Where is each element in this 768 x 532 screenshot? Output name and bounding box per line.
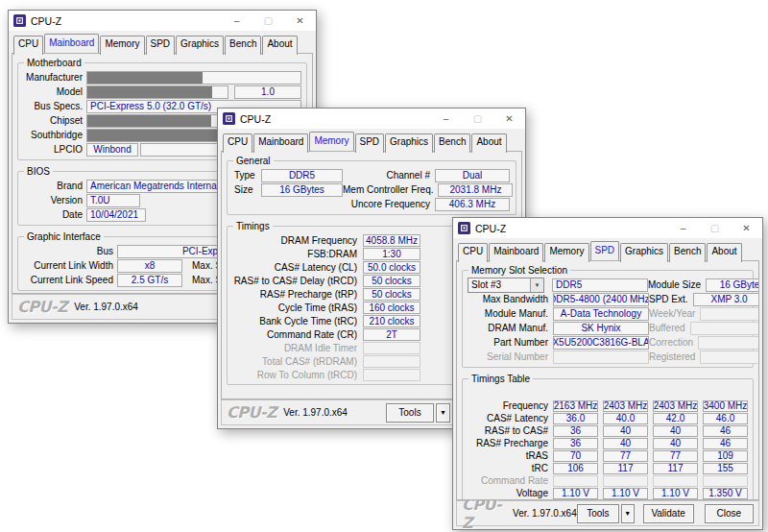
version-text: Ver. 1.97.0.x64 <box>513 508 577 519</box>
spd-left-label: Max Bandwidth <box>468 294 548 304</box>
tab[interactable]: Bench <box>225 36 261 55</box>
validate-button[interactable]: Validate <box>643 504 694 523</box>
tab[interactable]: About <box>262 36 297 55</box>
tab-bar: CPUMainboardMemorySPDGraphicsBenchAbout <box>453 238 762 261</box>
cell-value: 1.10 V <box>562 488 589 498</box>
tab-page-spd: Memory Slot Selection Slot #3 ▼ DDR5 Mod… <box>456 260 759 500</box>
timing-value: 50 clocks <box>372 276 412 286</box>
group-legend: General <box>233 156 274 166</box>
cell-jedec5: 70 <box>553 450 598 462</box>
cell-jedec5: 36 <box>553 438 598 449</box>
cell-jedec7: 40 <box>653 438 698 449</box>
timings-table-group: Timings Table Frequency 2163 MHz 2403 MH… <box>462 378 754 500</box>
tab-label: About <box>267 38 292 49</box>
spd-right-label: SPD Ext. <box>649 294 688 304</box>
tab[interactable]: Mainboard <box>253 133 308 153</box>
cell-value: 70 <box>570 450 581 461</box>
tab[interactable]: Graphics <box>176 36 224 55</box>
spd-right-label: Registered <box>649 351 695 362</box>
bus-label: Bus <box>23 246 113 256</box>
tab[interactable]: Bench <box>434 133 470 153</box>
tab-label: SPD <box>595 245 615 255</box>
tab[interactable]: About <box>707 243 741 262</box>
module-size-label: Module Size <box>648 279 701 290</box>
close-window-button[interactable]: ✕ <box>284 11 316 31</box>
size-field: 16 GBytes <box>261 183 343 197</box>
tab[interactable]: Mainboard <box>44 34 99 53</box>
timing-label: Cycle Time (tRAS) <box>232 302 357 313</box>
brand-label: Brand <box>23 181 83 191</box>
type-field: DDR5 <box>261 169 343 182</box>
tab[interactable]: CPU <box>223 133 252 153</box>
tools-dropdown-arrow-icon[interactable]: ▼ <box>621 504 634 523</box>
version-text: Ver. 1.97.0.x64 <box>283 407 348 418</box>
cell-value: 1.10 V <box>661 488 689 498</box>
cell-xmp6800 <box>703 475 748 487</box>
minimize-button[interactable]: – <box>430 109 462 129</box>
tab[interactable]: Mainboard <box>489 243 543 262</box>
timing-label: FSB:DRAM <box>232 249 357 259</box>
tab[interactable]: CPU <box>458 243 488 262</box>
tab[interactable]: SPD <box>355 133 385 153</box>
tab[interactable]: SPD <box>590 241 620 260</box>
tab[interactable]: SPD <box>146 36 176 55</box>
spd-left-field: A-Data Technology <box>553 307 649 321</box>
tab-bar: CPUMainboardMemorySPDGraphicsBenchAbout <box>9 31 316 54</box>
tab[interactable]: CPU <box>13 36 43 55</box>
cell-jedec7: 42.0 <box>653 413 698 424</box>
maximize-button[interactable]: ▢ <box>252 11 284 31</box>
cell-xmp6800: 46 <box>703 425 748 437</box>
timing-value-field: 160 clocks <box>363 302 420 314</box>
cell-value: 42.0 <box>666 413 684 423</box>
tools-dropdown-arrow-icon[interactable]: ▼ <box>436 403 450 423</box>
close-window-button[interactable]: ✕ <box>493 109 525 129</box>
window-controls: – ▢ ✕ <box>221 11 316 31</box>
redacted-value-bar <box>87 72 203 84</box>
row-label: Command Rate <box>468 475 548 486</box>
module-size-field: 16 GBytes <box>706 278 759 292</box>
tab-label: Graphics <box>180 38 219 49</box>
cell-value: 109 <box>717 450 733 461</box>
spd-right-field: XMP 3.0 <box>693 293 759 306</box>
link-width-label: Current Link Width <box>23 260 113 271</box>
timing-value-field: 50.0 clocks <box>363 261 420 274</box>
cell-jedec5: 106 <box>553 463 598 474</box>
cpuz-logo: CPU-Z <box>227 403 276 422</box>
timing-label: DRAM Idle Timer <box>232 343 357 353</box>
close-button[interactable]: Close <box>705 504 754 523</box>
memory-slot-select[interactable]: Slot #3 ▼ <box>468 278 544 293</box>
spd-right-label: Week/Year <box>649 308 695 319</box>
tab[interactable]: Memory <box>100 36 144 55</box>
minimize-button[interactable]: – <box>221 11 252 31</box>
timing-value: 160 clocks <box>369 302 414 313</box>
row-label: RAS# Precharge <box>468 438 548 448</box>
tab[interactable]: Memory <box>544 243 588 262</box>
tab[interactable]: Graphics <box>385 133 433 153</box>
table-row: Command Rate <box>468 474 748 487</box>
group-legend: Timings <box>233 221 273 231</box>
redacted-value-bar <box>87 115 211 127</box>
chevron-down-icon: ▼ <box>530 278 543 292</box>
cell-jedec7: 40 <box>653 425 698 437</box>
tab[interactable]: Bench <box>669 243 706 262</box>
tools-button[interactable]: Tools <box>386 403 434 423</box>
memory-slot-selection-group: Memory Slot Selection Slot #3 ▼ DDR5 Mod… <box>462 270 754 368</box>
minimize-button[interactable]: – <box>667 218 699 238</box>
maximize-button[interactable]: ▢ <box>699 218 731 238</box>
tab[interactable]: About <box>471 133 506 153</box>
table-row: Frequency 2163 MHz 2403 MHz 2403 MHz 340… <box>468 399 748 412</box>
cell-value: 117 <box>618 463 634 473</box>
cpuz-app-icon <box>13 14 26 27</box>
timing-value: 4058.8 MHz <box>366 235 418 246</box>
group-legend: Graphic Interface <box>24 231 104 242</box>
tab[interactable]: Graphics <box>620 243 668 262</box>
tab[interactable]: Memory <box>309 132 353 151</box>
maximize-button[interactable]: ▢ <box>462 109 493 129</box>
tools-button[interactable]: Tools <box>577 504 619 523</box>
cell-jedec5: 1.10 V <box>553 488 598 499</box>
tab-label: Mainboard <box>49 37 94 48</box>
date-field: 10/04/2021 <box>86 208 146 222</box>
spd-left-label: Module Manuf. <box>468 308 548 319</box>
close-window-button[interactable]: ✕ <box>731 218 762 238</box>
uncore-value: 406.3 MHz <box>449 199 495 209</box>
